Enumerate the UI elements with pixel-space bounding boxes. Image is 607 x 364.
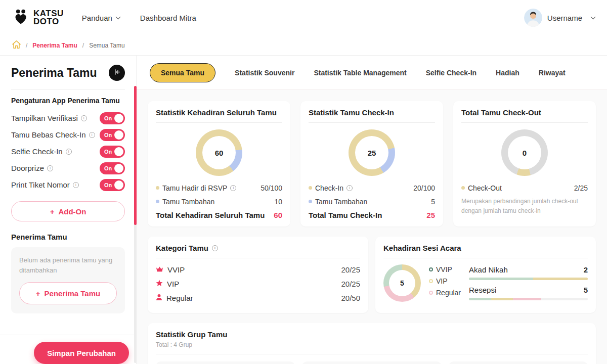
session-bar-chart	[469, 298, 588, 300]
collapse-arrow-icon	[113, 68, 121, 77]
legend-value: 20/100	[413, 184, 435, 192]
star-icon	[156, 280, 163, 288]
main-panel: Semua Tamu Statistik Souvenir Statistik …	[137, 56, 607, 364]
toggle-doorprize[interactable]: On	[100, 162, 125, 174]
tab-selfie-check-in[interactable]: Selfie Check-In	[426, 69, 476, 77]
main-nav: Panduan Dashboard Mitra	[82, 14, 196, 22]
tab-semua-tamu[interactable]: Semua Tamu	[150, 63, 215, 82]
legend-row: Tamu Hadir di RSVP 50/100	[156, 181, 282, 195]
card-statistik-grup-tamu: Statistik Grup Tamu Total : 4 Grup Tamu …	[148, 323, 596, 364]
card-title: Kategori Tamu	[156, 244, 208, 252]
card-title: Statistik Kehadiran Seluruh Tamu	[156, 108, 282, 117]
session-label: Akad Nikah	[469, 265, 508, 274]
toggle-label: Print Tiket Nomor	[11, 180, 70, 189]
breadcrumb-penerima-tamu[interactable]: Penerima Tamu	[32, 42, 77, 49]
legend-label: Tamu Tambahan	[162, 198, 214, 206]
toggle-label: Doorprize	[11, 164, 44, 172]
plus-icon: +	[36, 289, 40, 298]
divider	[156, 122, 282, 123]
legend-row: Check-Out 2/25	[461, 181, 588, 195]
donut-value: 25	[368, 149, 376, 157]
toggle-tamu-bebas-check-in[interactable]: On	[100, 129, 125, 141]
info-icon[interactable]	[230, 185, 236, 191]
card-title: Statistik Tamu Check-In	[309, 108, 435, 117]
chevron-down-icon	[115, 14, 120, 19]
add-on-button[interactable]: + Add-On	[11, 201, 125, 221]
sesi-legend: VVIP VIP Regular	[429, 264, 461, 297]
card-statistik-kehadiran: Statistik Kehadiran Seluruh Tamu 60 Tamu…	[148, 101, 290, 226]
checkout-donut-chart: 0	[501, 129, 548, 176]
legend-ring	[429, 291, 433, 295]
info-icon[interactable]	[212, 245, 218, 251]
add-penerima-tamu-button[interactable]: + Penerima Tamu	[19, 282, 117, 304]
save-changes-button[interactable]: Simpan Perubahan	[34, 342, 129, 364]
legend-value: 2/25	[574, 184, 588, 192]
crown-icon	[156, 265, 163, 274]
app-header: KATSU DOTO Panduan Dashboard Mitra Usern…	[0, 0, 607, 35]
legend-dot	[461, 186, 465, 190]
session-list: Akad Nikah 2 Resepsi 5	[469, 264, 588, 306]
tab-statistik-souvenir[interactable]: Statistik Souvenir	[235, 69, 294, 77]
brand-logo[interactable]: KATSU DOTO	[12, 8, 64, 28]
info-icon[interactable]	[73, 182, 79, 188]
legend-dot	[156, 186, 159, 190]
toggle-row-selfie-check-in: Selfie Check-In On	[11, 143, 125, 160]
kategori-value: 20/25	[341, 280, 360, 288]
attendance-donut-chart: 60	[196, 129, 242, 176]
legend-row: Tamu Tambahan 5	[309, 195, 435, 208]
home-icon[interactable]	[12, 40, 21, 50]
legend-label: Regular	[436, 289, 461, 297]
brand-name: KATSU DOTO	[33, 10, 64, 25]
session-resepsi: Resepsi 5	[469, 286, 588, 294]
toggle-label: Tamu Bebas Check-In	[11, 130, 86, 139]
toggle-state-label: On	[104, 132, 112, 138]
legend-ring	[429, 279, 433, 283]
grup-total: Total : 4 Grup	[156, 341, 588, 348]
info-icon[interactable]	[89, 132, 95, 138]
person-icon	[156, 294, 162, 302]
scrollbar-thumb[interactable]	[134, 86, 137, 225]
info-icon[interactable]	[81, 115, 87, 121]
grup-box-tamu-khusus: Tamu Khusus	[156, 361, 295, 364]
toggle-print-tiket-nomor[interactable]: On	[100, 179, 125, 191]
info-icon[interactable]	[346, 185, 353, 191]
card-title: Kehadiran Sesi Acara	[383, 244, 588, 252]
legend-label: Tamu Hadir di RSVP	[162, 184, 227, 192]
toggle-row-print-tiket-nomor: Print Tiket Nomor On	[11, 176, 125, 193]
breadcrumb-separator: /	[82, 42, 84, 49]
toggle-knob	[114, 147, 123, 156]
tab-statistik-table-management[interactable]: Statistik Table Management	[314, 69, 406, 77]
collapse-sidebar-button[interactable]	[109, 65, 125, 81]
plus-icon: +	[50, 207, 55, 216]
divider	[156, 258, 360, 258]
card-kehadiran-sesi-acara: Kehadiran Sesi Acara 5 VVIP	[375, 237, 596, 313]
tab-riwayat[interactable]: Riwayat	[539, 69, 566, 77]
card-kategori-tamu: Kategori Tamu VVIP 20/25	[148, 237, 368, 313]
tab-hadiah[interactable]: Hadiah	[496, 69, 519, 77]
sidebar: Penerima Tamu Pengaturan App Penerima Ta…	[0, 56, 137, 364]
session-value: 2	[584, 265, 588, 274]
nav-panduan[interactable]: Panduan	[82, 14, 120, 22]
card-total-check-out: Total Tamu Check-Out 0 Check-Out 2/25 Me…	[453, 101, 596, 226]
toggle-tampilkan-verifikasi[interactable]: On	[100, 112, 125, 124]
donut-value: 0	[523, 149, 527, 157]
user-menu[interactable]: Username	[524, 9, 595, 27]
total-row: Total Tamu Check-In 25	[309, 211, 435, 219]
legend-label: VVIP	[436, 265, 452, 274]
toggle-selfie-check-in[interactable]: On	[100, 146, 125, 158]
toggle-state-label: On	[104, 165, 112, 171]
toggle-label: Tampilkan Verifikasi	[11, 114, 78, 122]
info-icon[interactable]	[66, 149, 72, 155]
kategori-row-vvip: VVIP 20/25	[156, 262, 360, 277]
toggle-state-label: On	[104, 115, 112, 121]
nav-dashboard-mitra[interactable]: Dashboard Mitra	[140, 14, 196, 22]
toggle-row-doorprize: Doorprize On	[11, 160, 125, 176]
divider	[383, 258, 588, 258]
card-title: Total Tamu Check-Out	[461, 108, 588, 117]
info-icon[interactable]	[47, 165, 53, 171]
toggle-knob	[114, 164, 123, 173]
session-akad-nikah: Akad Nikah 2	[469, 265, 588, 274]
legend-dot	[309, 186, 312, 190]
legend-row: Check-In 20/100	[309, 181, 435, 195]
legend-ring	[429, 267, 433, 271]
